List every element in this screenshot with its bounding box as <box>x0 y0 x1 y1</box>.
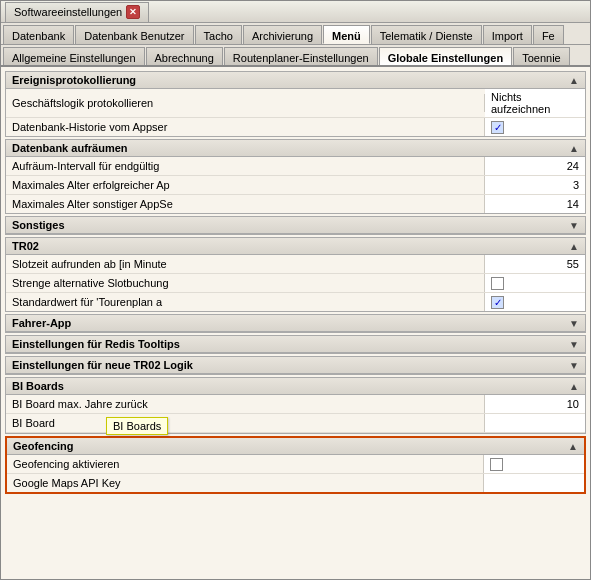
section-fahrer-label: Fahrer-App <box>12 317 71 329</box>
row-biboard-jahre-label: BI Board max. Jahre zurück <box>6 395 485 413</box>
section-datenbank: Datenbank aufräumen ▲ Aufräum-Intervall … <box>5 139 586 214</box>
settings-scroll[interactable]: Ereignisprotokollierung ▲ Geschäftslogik… <box>1 67 590 579</box>
tab-fe[interactable]: Fe <box>533 25 564 44</box>
tab-telematik[interactable]: Telematik / Dienste <box>371 25 482 44</box>
section-redis: Einstellungen für Redis Tooltips ▼ <box>5 335 586 354</box>
row-max-alter-sonstig: Maximales Alter sonstiger AppSe 14 <box>6 195 585 213</box>
row-standardwert-value <box>485 293 585 311</box>
row-datenbank-historie: Datenbank-Historie vom Appser <box>6 118 585 136</box>
section-sonstiges-arrow: ▼ <box>569 220 579 231</box>
section-tr02-header[interactable]: TR02 ▲ <box>6 238 585 255</box>
section-geofencing-header[interactable]: Geofencing ▲ <box>7 438 584 455</box>
row-slotzeit-value: 55 <box>485 255 585 273</box>
row-biboard-jahre-value: 10 <box>485 395 585 413</box>
row-geschaeftslogik-label: Geschäftslogik protokollieren <box>6 94 485 112</box>
section-redis-arrow: ▼ <box>569 339 579 350</box>
checkbox-datenbank-historie[interactable] <box>491 121 504 134</box>
tab-allgemeine[interactable]: Allgemeine Einstellungen <box>3 47 145 65</box>
tooltip-text: BI Boards <box>113 420 161 432</box>
tab-toennie[interactable]: Toennie <box>513 47 570 65</box>
row-aufraeum-label: Aufräum-Intervall für endgültig <box>6 157 485 175</box>
section-fahrer: Fahrer-App ▼ <box>5 314 586 333</box>
row-geschaeftslogik: Geschäftslogik protokollieren Nichts auf… <box>6 89 585 118</box>
row-biboard-jahre: BI Board max. Jahre zurück 10 <box>6 395 585 414</box>
section-sonstiges-label: Sonstiges <box>12 219 65 231</box>
section-datenbank-label: Datenbank aufräumen <box>12 142 128 154</box>
row-slotzeit-label: Slotzeit aufrunden ab [in Minute <box>6 255 485 273</box>
row-strenge-slot-value <box>485 274 585 292</box>
row-max-alter-erfolg-value: 3 <box>485 176 585 194</box>
title-text: Softwareeinstellungen <box>14 6 122 18</box>
row-biboard-partial-value <box>485 414 585 432</box>
tab-menu[interactable]: Menü <box>323 25 370 44</box>
section-datenbank-arrow: ▲ <box>569 143 579 154</box>
section-ereignis-arrow: ▲ <box>569 75 579 86</box>
row-geofencing-aktivieren-label: Geofencing aktivieren <box>7 455 484 473</box>
tab-archivierung[interactable]: Archivierung <box>243 25 322 44</box>
row-googlemaps: Google Maps API Key <box>7 474 584 492</box>
row-standardwert: Standardwert für 'Tourenplan a <box>6 293 585 311</box>
row-strenge-slot: Strenge alternative Slotbuchung <box>6 274 585 293</box>
row-max-alter-sonstig-value: 14 <box>485 195 585 213</box>
main-content: Ereignisprotokollierung ▲ Geschäftslogik… <box>1 67 590 579</box>
nav-tabs-row1: Datenbank Datenbank Benutzer Tacho Archi… <box>1 23 590 45</box>
row-geschaeftslogik-value: Nichts aufzeichnen <box>485 89 585 117</box>
row-strenge-slot-label: Strenge alternative Slotbuchung <box>6 274 485 292</box>
tab-datenbank[interactable]: Datenbank <box>3 25 74 44</box>
section-tr02: TR02 ▲ Slotzeit aufrunden ab [in Minute … <box>5 237 586 312</box>
main-window: Softwareeinstellungen ✕ Datenbank Datenb… <box>0 0 591 580</box>
tab-globale[interactable]: Globale Einstellungen <box>379 47 513 65</box>
row-max-alter-sonstig-label: Maximales Alter sonstiger AppSe <box>6 195 485 213</box>
tab-routenplaner[interactable]: Routenplaner-Einstellungen <box>224 47 378 65</box>
row-datenbank-historie-value <box>485 118 585 136</box>
row-biboard-partial: BI Board <box>6 414 585 433</box>
row-aufraeum-value: 24 <box>485 157 585 175</box>
section-datenbank-header[interactable]: Datenbank aufräumen ▲ <box>6 140 585 157</box>
title-tab: Softwareeinstellungen ✕ <box>5 2 149 22</box>
row-googlemaps-value <box>484 474 584 492</box>
nav-tabs-row2: Allgemeine Einstellungen Abrechnung Rout… <box>1 45 590 67</box>
section-ereignis-header[interactable]: Ereignisprotokollierung ▲ <box>6 72 585 89</box>
section-redis-label: Einstellungen für Redis Tooltips <box>12 338 180 350</box>
section-geofencing: Geofencing ▲ Geofencing aktivieren Googl… <box>5 436 586 494</box>
section-fahrer-header[interactable]: Fahrer-App ▼ <box>6 315 585 332</box>
section-tr02logik: Einstellungen für neue TR02 Logik ▼ <box>5 356 586 375</box>
tab-import[interactable]: Import <box>483 25 532 44</box>
row-googlemaps-label: Google Maps API Key <box>7 474 484 492</box>
section-biboards-arrow: ▲ <box>569 381 579 392</box>
checkbox-standardwert[interactable] <box>491 296 504 309</box>
row-biboard-partial-label: BI Board <box>6 414 485 432</box>
section-geofencing-label: Geofencing <box>13 440 74 452</box>
row-aufraeum: Aufräum-Intervall für endgültig 24 <box>6 157 585 176</box>
section-tr02-arrow: ▲ <box>569 241 579 252</box>
section-biboards-label: BI Boards <box>12 380 64 392</box>
row-max-alter-erfolg: Maximales Alter erfolgreicher Ap 3 <box>6 176 585 195</box>
row-geofencing-aktivieren-value <box>484 455 584 473</box>
row-geofencing-aktivieren: Geofencing aktivieren <box>7 455 584 474</box>
checkbox-strenge-slot[interactable] <box>491 277 504 290</box>
row-standardwert-label: Standardwert für 'Tourenplan a <box>6 293 485 311</box>
biboards-tooltip: BI Boards <box>106 417 168 435</box>
row-max-alter-erfolg-label: Maximales Alter erfolgreicher Ap <box>6 176 485 194</box>
section-tr02-label: TR02 <box>12 240 39 252</box>
tab-abrechnung[interactable]: Abrechnung <box>146 47 223 65</box>
section-ereignis: Ereignisprotokollierung ▲ Geschäftslogik… <box>5 71 586 137</box>
section-biboards-header[interactable]: BI Boards ▲ <box>6 378 585 395</box>
section-fahrer-arrow: ▼ <box>569 318 579 329</box>
checkbox-geofencing[interactable] <box>490 458 503 471</box>
section-sonstiges: Sonstiges ▼ <box>5 216 586 235</box>
title-bar: Softwareeinstellungen ✕ <box>1 1 590 23</box>
close-button[interactable]: ✕ <box>126 5 140 19</box>
row-slotzeit: Slotzeit aufrunden ab [in Minute 55 <box>6 255 585 274</box>
tab-datenbank-benutzer[interactable]: Datenbank Benutzer <box>75 25 193 44</box>
section-tr02logik-header[interactable]: Einstellungen für neue TR02 Logik ▼ <box>6 357 585 374</box>
section-geofencing-arrow: ▲ <box>568 441 578 452</box>
section-sonstiges-header[interactable]: Sonstiges ▼ <box>6 217 585 234</box>
section-ereignis-label: Ereignisprotokollierung <box>12 74 136 86</box>
section-biboards: BI Boards ▲ BI Board max. Jahre zurück 1… <box>5 377 586 434</box>
section-tr02logik-label: Einstellungen für neue TR02 Logik <box>12 359 193 371</box>
tab-tacho[interactable]: Tacho <box>195 25 242 44</box>
section-redis-header[interactable]: Einstellungen für Redis Tooltips ▼ <box>6 336 585 353</box>
section-tr02logik-arrow: ▼ <box>569 360 579 371</box>
row-datenbank-historie-label: Datenbank-Historie vom Appser <box>6 118 485 136</box>
